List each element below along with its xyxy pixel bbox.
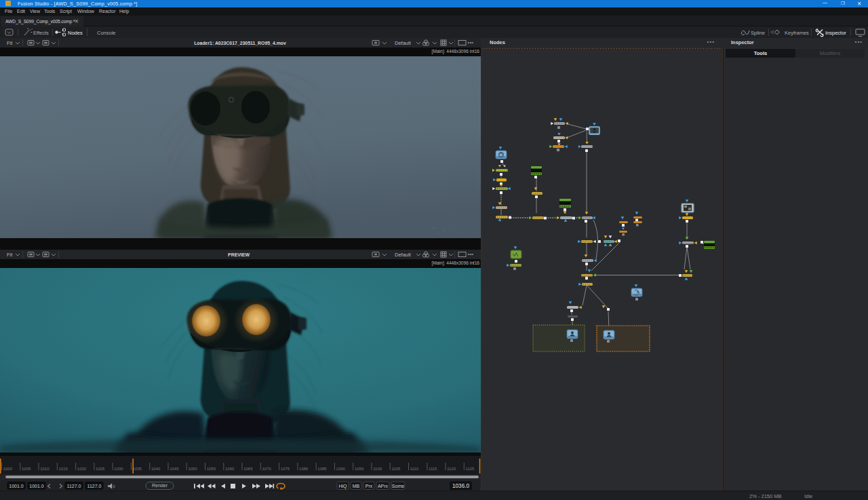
svg-text:1110: 1110 <box>410 467 419 471</box>
svg-text:MB: MB <box>353 484 360 488</box>
svg-text:1105: 1105 <box>391 467 401 471</box>
svg-text:1010: 1010 <box>40 467 50 471</box>
svg-text:1036.0: 1036.0 <box>452 483 469 489</box>
svg-text:1005: 1005 <box>22 467 31 471</box>
svg-text:1045: 1045 <box>170 467 179 471</box>
svg-text:1020: 1020 <box>77 467 87 471</box>
svg-text:1040: 1040 <box>151 467 161 471</box>
svg-text:Some: Some <box>392 484 404 488</box>
svg-text:Prx: Prx <box>366 484 373 488</box>
svg-text:Default: Default <box>395 252 412 258</box>
svg-text:APrx: APrx <box>378 484 389 488</box>
svg-text:1070: 1070 <box>262 467 272 471</box>
svg-text:1095: 1095 <box>355 467 364 471</box>
svg-text:Keyframes: Keyframes <box>785 30 809 36</box>
svg-text:•••: ••• <box>468 39 474 45</box>
svg-text:1115: 1115 <box>429 467 437 471</box>
svg-text:Nodes: Nodes <box>68 30 83 36</box>
svg-text:Loader1: A023C017_230511_RO95_: Loader1: A023C017_230511_RO95_4.mov <box>194 41 286 45</box>
svg-text:Inspector: Inspector <box>825 30 846 36</box>
svg-text:1055: 1055 <box>207 467 216 471</box>
svg-text:Default: Default <box>395 40 412 46</box>
svg-text:1127.0: 1127.0 <box>67 484 81 488</box>
svg-text:1035: 1035 <box>133 467 142 471</box>
svg-text:Fit: Fit <box>7 40 13 46</box>
svg-text:•••: ••• <box>468 251 474 257</box>
svg-text:1060: 1060 <box>225 467 235 471</box>
svg-text:Fit: Fit <box>7 252 13 258</box>
svg-text:1127.0: 1127.0 <box>87 484 102 488</box>
svg-text:1085: 1085 <box>317 467 327 471</box>
svg-text:Spline: Spline <box>751 30 765 36</box>
svg-text:1080: 1080 <box>299 467 309 471</box>
svg-text:HiQ: HiQ <box>338 484 347 489</box>
svg-text:1000: 1000 <box>3 467 13 471</box>
svg-text:1001.0: 1001.0 <box>29 484 44 488</box>
svg-text:1050: 1050 <box>188 467 197 471</box>
svg-text:1001.0: 1001.0 <box>9 484 24 488</box>
svg-text:1125: 1125 <box>466 467 475 471</box>
svg-text:1065: 1065 <box>243 467 253 471</box>
svg-text:1100: 1100 <box>373 467 382 471</box>
svg-text:1120: 1120 <box>447 467 456 471</box>
svg-text:Effects: Effects <box>33 30 49 36</box>
svg-text:PREVIEW: PREVIEW <box>228 252 250 257</box>
svg-text:1025: 1025 <box>96 467 105 471</box>
svg-text:Console: Console <box>97 30 116 36</box>
svg-text:1030: 1030 <box>114 467 123 471</box>
svg-text:1075: 1075 <box>281 467 290 471</box>
svg-text:1090: 1090 <box>336 467 346 471</box>
svg-text:1015: 1015 <box>59 467 68 471</box>
svg-text:0: 0 <box>113 484 115 488</box>
svg-text:Render: Render <box>152 483 168 488</box>
